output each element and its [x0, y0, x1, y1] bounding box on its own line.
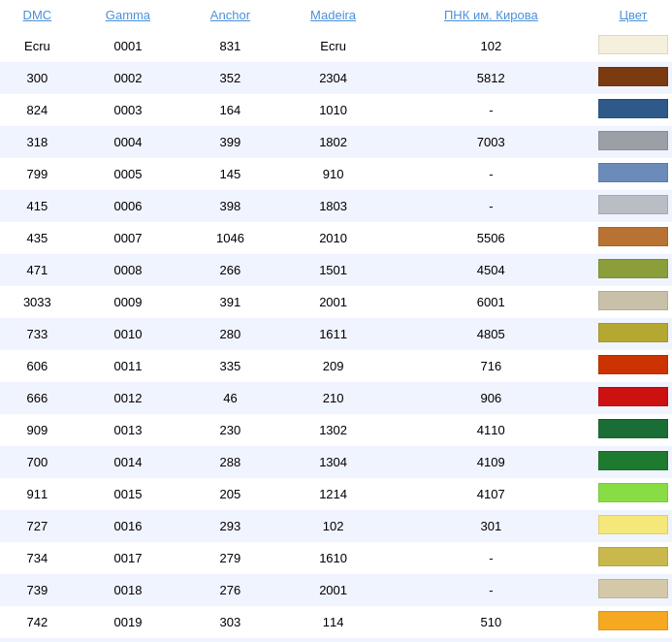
cell-gamma: 0015: [75, 478, 182, 510]
cell-dmc: 700: [0, 446, 75, 478]
table-header-row: DMC Gamma Anchor Madeira ПНК им. Кирова …: [0, 0, 672, 30]
cell-color: [594, 574, 672, 606]
cell-pnk: 301: [388, 510, 594, 542]
table-row: 73900182762001-: [0, 574, 672, 606]
table-row: 7990005145910-: [0, 158, 672, 190]
table-row: 7270016293102301: [0, 510, 672, 542]
cell-color: [594, 254, 672, 286]
cell-madeira: 102: [279, 510, 388, 542]
table-row: 300000235223045812: [0, 62, 672, 94]
color-swatch: [598, 163, 668, 182]
cell-madeira: 2001: [279, 574, 388, 606]
table-row: 7440020301109504: [0, 638, 672, 642]
cell-gamma: 0005: [75, 158, 182, 190]
table-row: 733001028016114805: [0, 318, 672, 350]
cell-madeira: 1610: [279, 542, 388, 574]
cell-anchor: 164: [181, 94, 278, 126]
color-swatch: [598, 291, 668, 310]
cell-color: [594, 510, 672, 542]
cell-pnk: 4805: [388, 318, 594, 350]
cell-anchor: 266: [181, 254, 278, 286]
table-row: 41500063981803-: [0, 190, 672, 222]
cell-color: [594, 606, 672, 638]
cell-madeira: 1802: [279, 126, 388, 158]
table-row: 666001246210906: [0, 382, 672, 414]
cell-gamma: 0019: [75, 606, 182, 638]
color-swatch: [598, 355, 668, 374]
cell-anchor: 46: [181, 382, 278, 414]
cell-color: [594, 318, 672, 350]
cell-anchor: 335: [181, 350, 278, 382]
cell-color: [594, 94, 672, 126]
color-table: DMC Gamma Anchor Madeira ПНК им. Кирова …: [0, 0, 672, 642]
cell-pnk: 102: [388, 30, 594, 62]
color-swatch: [598, 547, 668, 566]
header-color[interactable]: Цвет: [594, 0, 672, 30]
cell-gamma: 0002: [75, 62, 182, 94]
cell-color: [594, 126, 672, 158]
color-swatch: [598, 579, 668, 598]
cell-pnk: 4109: [388, 446, 594, 478]
cell-dmc: 824: [0, 94, 75, 126]
table-row: 700001428813044109: [0, 446, 672, 478]
cell-dmc: 606: [0, 350, 75, 382]
color-swatch: [598, 35, 668, 54]
cell-color: [594, 446, 672, 478]
table-row: 471000826615014504: [0, 254, 672, 286]
cell-gamma: 0006: [75, 190, 182, 222]
cell-gamma: 0016: [75, 510, 182, 542]
color-swatch: [598, 195, 668, 214]
table-row: 909001323013024110: [0, 414, 672, 446]
cell-dmc: 734: [0, 542, 75, 574]
cell-pnk: 5812: [388, 62, 594, 94]
color-swatch: [598, 611, 668, 630]
header-madeira[interactable]: Madeira: [279, 0, 388, 30]
cell-madeira: 209: [279, 350, 388, 382]
cell-madeira: 1501: [279, 254, 388, 286]
cell-dmc: 415: [0, 190, 75, 222]
table-row: 911001520512144107: [0, 478, 672, 510]
cell-color: [594, 286, 672, 318]
cell-gamma: 0017: [75, 542, 182, 574]
cell-madeira: 1214: [279, 478, 388, 510]
cell-anchor: 831: [181, 30, 278, 62]
cell-gamma: 0020: [75, 638, 182, 642]
cell-madeira: 210: [279, 382, 388, 414]
color-swatch: [598, 419, 668, 438]
cell-dmc: 799: [0, 158, 75, 190]
color-swatch: [598, 259, 668, 278]
cell-anchor: 303: [181, 606, 278, 638]
cell-gamma: 0003: [75, 94, 182, 126]
cell-dmc: 300: [0, 62, 75, 94]
color-swatch: [598, 67, 668, 86]
color-swatch: [598, 451, 668, 470]
cell-pnk: 5506: [388, 222, 594, 254]
cell-anchor: 301: [181, 638, 278, 642]
cell-anchor: 279: [181, 542, 278, 574]
cell-madeira: 1010: [279, 94, 388, 126]
color-swatch: [598, 131, 668, 150]
cell-gamma: 0010: [75, 318, 182, 350]
cell-madeira: Ecru: [279, 30, 388, 62]
cell-dmc: 727: [0, 510, 75, 542]
cell-gamma: 0004: [75, 126, 182, 158]
cell-color: [594, 638, 672, 642]
cell-dmc: 739: [0, 574, 75, 606]
cell-pnk: 510: [388, 606, 594, 638]
cell-color: [594, 30, 672, 62]
cell-madeira: 1611: [279, 318, 388, 350]
cell-pnk: 716: [388, 350, 594, 382]
cell-pnk: -: [388, 94, 594, 126]
header-pnk[interactable]: ПНК им. Кирова: [388, 0, 594, 30]
cell-madeira: 1302: [279, 414, 388, 446]
cell-anchor: 280: [181, 318, 278, 350]
cell-madeira: 114: [279, 606, 388, 638]
cell-madeira: 1304: [279, 446, 388, 478]
cell-color: [594, 190, 672, 222]
cell-gamma: 0008: [75, 254, 182, 286]
cell-gamma: 0012: [75, 382, 182, 414]
header-gamma[interactable]: Gamma: [75, 0, 182, 30]
header-dmc[interactable]: DMC: [0, 0, 75, 30]
table-row: 4350007104620105506: [0, 222, 672, 254]
header-anchor[interactable]: Anchor: [181, 0, 278, 30]
